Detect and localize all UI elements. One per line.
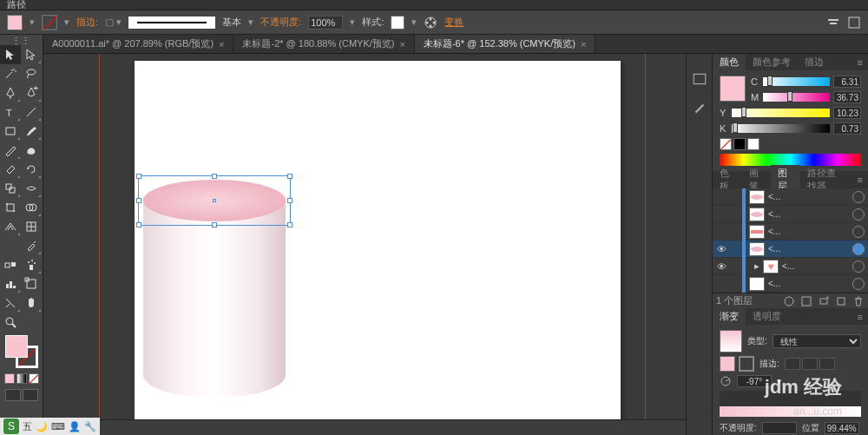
ime-indicator[interactable]: S (3, 419, 19, 434)
stroke-dropdown-icon[interactable]: ▾ (64, 16, 69, 28)
tab-stroke[interactable]: 描边 (798, 54, 831, 70)
target-icon[interactable] (852, 226, 865, 238)
brush-dropdown-icon[interactable]: ▾ (248, 16, 253, 28)
guide-vertical[interactable] (99, 54, 100, 435)
resize-handle[interactable] (136, 198, 141, 203)
ime-mode[interactable]: 五 (23, 420, 32, 433)
color-preview-swatch[interactable] (720, 76, 746, 102)
scale-tool[interactable] (0, 179, 21, 198)
shape-builder-tool[interactable] (21, 198, 42, 217)
doc-tab-1[interactable]: A0000011.ai* @ 207.89% (RGB/预览)× (43, 35, 233, 53)
layers-list[interactable]: <... <... <... 👁<... 👁▸♥<... <... (713, 188, 868, 293)
magenta-input[interactable] (833, 91, 861, 103)
free-transform-tool[interactable] (0, 198, 21, 217)
hand-tool[interactable] (21, 293, 42, 313)
ime-settings-icon[interactable]: 🔧 (84, 421, 96, 432)
target-icon[interactable] (852, 278, 865, 290)
type-tool[interactable]: T (0, 102, 21, 122)
resize-handle[interactable] (212, 222, 217, 227)
color-white[interactable] (747, 138, 760, 150)
gradient-fill-swatch[interactable] (720, 356, 735, 372)
screen-mode-full[interactable] (23, 389, 38, 401)
width-tool[interactable] (21, 179, 42, 198)
fill-swatch[interactable] (7, 15, 23, 30)
resize-handle[interactable] (136, 222, 141, 227)
stroke-gradient-along[interactable] (802, 358, 818, 370)
pencil-tool[interactable] (0, 141, 21, 160)
tab-color[interactable]: 颜色 (713, 54, 746, 70)
panel-menu-icon[interactable]: ≡ (852, 175, 868, 185)
new-layer-icon[interactable] (835, 295, 847, 307)
target-icon[interactable] (852, 260, 865, 273)
gradient-preview[interactable] (720, 330, 742, 353)
blend-tool[interactable] (0, 255, 21, 274)
locate-icon[interactable] (783, 295, 795, 307)
recolor-icon[interactable] (424, 16, 437, 30)
add-anchor-tool[interactable]: + (21, 83, 42, 102)
align-icon[interactable] (826, 16, 840, 30)
target-icon[interactable] (852, 191, 865, 203)
layer-row[interactable]: <... (713, 223, 868, 241)
color-mode-gradient[interactable] (16, 373, 27, 384)
mesh-tool[interactable] (21, 217, 42, 236)
line-tool[interactable] (21, 102, 42, 122)
color-mode-solid[interactable] (4, 373, 15, 384)
new-sublayer-icon[interactable] (818, 295, 830, 307)
yellow-slider[interactable] (732, 109, 830, 117)
gradient-angle-input[interactable] (737, 375, 772, 387)
layer-row[interactable]: 👁▸♥<... (713, 258, 868, 275)
target-icon[interactable] (852, 208, 865, 221)
panel-menu-icon[interactable]: ≡ (852, 57, 868, 68)
delete-icon[interactable] (852, 295, 865, 307)
layer-row[interactable]: 👁<... (713, 241, 868, 258)
guide-vertical[interactable] (645, 54, 646, 435)
cyan-input[interactable] (833, 76, 861, 88)
opacity-input[interactable] (308, 16, 343, 30)
make-clipping-mask-icon[interactable] (800, 295, 812, 307)
stroke-gradient-across[interactable] (819, 358, 835, 370)
visibility-toggle[interactable]: 👁 (713, 244, 730, 254)
opacity-dropdown-icon[interactable]: ▾ (350, 16, 355, 28)
style-dropdown-icon[interactable]: ▾ (411, 16, 417, 28)
tab-gradient[interactable]: 渐变 (713, 308, 746, 325)
pen-tool[interactable] (0, 83, 21, 102)
screen-mode-normal[interactable] (5, 389, 21, 401)
library-icon[interactable] (692, 71, 707, 87)
gradient-position-input[interactable] (825, 422, 859, 434)
ime-moon-icon[interactable]: 🌙 (36, 421, 48, 432)
artboard-tool[interactable] (21, 274, 42, 293)
fill-stroke-control[interactable] (5, 335, 38, 368)
eraser-tool[interactable] (0, 160, 21, 179)
doc-tab-2[interactable]: 未标题-2* @ 180.88% (CMYK/预览)× (233, 35, 414, 53)
resize-handle[interactable] (212, 174, 217, 179)
column-graph-tool[interactable] (0, 274, 21, 293)
resize-handle[interactable] (136, 174, 141, 179)
close-icon[interactable]: × (399, 39, 404, 49)
ime-person-icon[interactable]: 👤 (69, 421, 81, 432)
tab-transparency[interactable]: 透明度 (746, 308, 788, 325)
graphic-style-swatch[interactable] (391, 16, 404, 30)
gradient-ramp[interactable] (720, 391, 861, 417)
close-icon[interactable]: × (219, 39, 224, 49)
layer-row[interactable]: <... (713, 188, 868, 206)
transform-link[interactable]: 变换 (444, 16, 464, 29)
visibility-toggle[interactable]: 👁 (713, 261, 730, 272)
stroke-weight[interactable]: ▢ ▾ (105, 16, 122, 28)
target-icon[interactable] (852, 243, 865, 255)
perspective-grid-tool[interactable] (0, 217, 21, 236)
resize-handle[interactable] (287, 198, 293, 203)
resize-handle[interactable] (287, 174, 293, 179)
paintbrush-tool[interactable] (21, 122, 42, 141)
close-icon[interactable]: × (581, 39, 586, 49)
symbol-sprayer-tool[interactable] (21, 255, 42, 274)
yellow-input[interactable] (833, 107, 861, 119)
spectrum-picker[interactable] (720, 154, 861, 166)
selection-tool[interactable] (0, 45, 21, 64)
gradient-opacity-input[interactable] (762, 422, 797, 434)
resize-handle[interactable] (287, 222, 293, 227)
black-slider[interactable] (732, 124, 830, 133)
eyedropper-tool[interactable] (21, 236, 42, 255)
gradient-type-select[interactable]: 线性 (773, 334, 861, 348)
black-input[interactable] (833, 122, 861, 135)
ime-keyboard-icon[interactable]: ⌨ (51, 421, 65, 432)
